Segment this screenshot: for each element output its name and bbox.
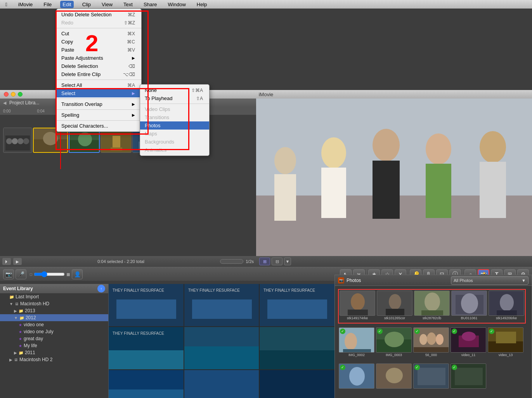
clip-6[interactable] — [156, 128, 180, 153]
event-thumb-4[interactable]: THEY FINALLY RESURFACE — [109, 327, 184, 369]
apple-menu[interactable]:  — [3, 1, 10, 8]
svg-rect-87 — [496, 332, 516, 343]
view-mode-button-2[interactable]: ⊟ — [272, 258, 282, 265]
photo-item-11[interactable]: ✓ — [339, 363, 374, 391]
photo-caption-10: video_13 — [499, 353, 513, 357]
play-fullscreen-button[interactable]: ⏵ — [2, 258, 11, 265]
file-menu[interactable]: File — [41, 1, 54, 8]
clip-2-selected[interactable] — [33, 128, 68, 153]
svg-point-28 — [321, 137, 346, 168]
svg-rect-37 — [116, 299, 176, 319]
menu-delete-selection[interactable]: Delete Selection ⌫ — [57, 62, 141, 70]
svg-point-57 — [351, 293, 365, 310]
svg-rect-17 — [139, 142, 150, 149]
event-library-icon[interactable]: ↑ — [97, 285, 105, 292]
edit-menu-item[interactable]: Edit — [60, 1, 73, 8]
menu-paste-adjustments[interactable]: Paste Adjustments ▶ — [57, 54, 141, 62]
photo-item-8[interactable]: ✓ 56_000 — [413, 327, 449, 359]
menu-select-all[interactable]: Select All ⌘A — [57, 81, 141, 89]
photo-item-13[interactable]: ✓ — [413, 363, 449, 391]
imovie-menu[interactable]: iMovie — [16, 1, 35, 8]
photo-item-12[interactable] — [376, 363, 412, 391]
svg-point-67 — [461, 293, 478, 313]
tree-item-macintosh-hd2[interactable]: ▶ 🖥 Macintosh HD 2 — [0, 356, 108, 363]
menu-paste[interactable]: Paste ⌘V — [57, 46, 141, 54]
tree-item-2012[interactable]: ▼ 📁 2012 — [0, 314, 108, 321]
clip-menu[interactable]: Clip — [80, 1, 93, 8]
window-menu[interactable]: Window — [166, 1, 188, 8]
view-mode-button-3[interactable]: ▼ — [284, 258, 291, 265]
photos-panel: 📷 Photos All Photos ▼ stk149174rke — [334, 275, 532, 398]
view-mode-button-1[interactable]: ⊞ — [259, 258, 270, 265]
help-menu[interactable]: Help — [194, 1, 210, 8]
svg-rect-29 — [321, 168, 346, 218]
photo-item-7[interactable]: ✓ IMG_0003 — [376, 327, 412, 359]
imovie-window: iMovie ◀ Project Libra... 0:00 0:04 0:08… — [0, 9, 532, 398]
menu-undo[interactable]: Undo Delete Selection ⌘Z — [57, 10, 141, 19]
check-badge-10: ✓ — [489, 329, 494, 334]
clip-4[interactable] — [101, 128, 132, 153]
people-detect-icon[interactable]: 👤 — [72, 269, 83, 279]
tree-item-2013[interactable]: ▶ 📁 2013 — [0, 307, 108, 314]
photos-dropdown[interactable]: All Photos ▼ — [451, 276, 529, 285]
event-thumb-8[interactable] — [184, 370, 259, 398]
svg-point-78 — [419, 334, 427, 345]
tree-item-2011[interactable]: ▶ 📁 2011 — [0, 349, 108, 356]
photo-item-5[interactable]: stk149206rke — [489, 291, 524, 322]
event-thumb-7[interactable] — [109, 370, 184, 398]
close-button[interactable] — [4, 92, 9, 97]
photos-icon: 📷 — [338, 277, 344, 284]
photo-item-4[interactable]: BU011061 — [451, 291, 487, 322]
svg-text:THEY FINALLY RESURFACE: THEY FINALLY RESURFACE — [263, 288, 315, 292]
clip-5[interactable] — [132, 128, 156, 153]
voiceover-icon[interactable]: 🎤 — [16, 269, 26, 279]
event-thumb-3[interactable]: THEY FINALLY RESURFACE — [260, 284, 334, 326]
event-thumb-1[interactable]: THEY FINALLY RESURFACE — [109, 284, 184, 326]
menu-delete-entire-clip[interactable]: Delete Entire Clip ⌥⌫ — [57, 70, 141, 78]
tree-item-my-life[interactable]: ★ My life — [0, 342, 108, 349]
back-arrow[interactable]: ◀ — [3, 100, 6, 106]
maximize-button[interactable] — [18, 92, 23, 97]
view-menu[interactable]: View — [99, 1, 115, 8]
photo-item-6[interactable]: ✓ IMG_0002 — [339, 327, 374, 359]
photo-item-10[interactable]: ✓ video_13 — [488, 327, 523, 359]
clip-1[interactable] — [3, 128, 32, 153]
status-display: 0:04 selected - 2:20 total — [24, 259, 218, 264]
svg-point-69 — [500, 294, 514, 311]
zoom-level: 1/2s — [246, 259, 254, 264]
share-menu[interactable]: Share — [141, 1, 159, 8]
scrubber-control[interactable] — [220, 259, 243, 264]
tree-item-last-import[interactable]: 📁 Last Import — [0, 293, 108, 300]
size-slider[interactable] — [34, 271, 65, 277]
event-thumb-9[interactable] — [260, 370, 334, 398]
svg-point-26 — [274, 147, 296, 174]
event-thumb-5[interactable] — [184, 327, 259, 369]
menu-cut[interactable]: Cut ⌘X — [57, 29, 141, 38]
transport-bar: ⏵ ▶ 0:04 selected - 2:20 total 1/2s — [0, 256, 256, 267]
event-thumb-6[interactable] — [260, 327, 334, 369]
photo-item-14[interactable]: ✓ — [451, 363, 486, 391]
svg-rect-53 — [109, 389, 184, 398]
tree-item-video-one-july[interactable]: ★ video one July — [0, 328, 108, 335]
photo-caption-4: BU011061 — [461, 316, 478, 320]
svg-rect-49 — [184, 346, 259, 369]
photo-item-3[interactable]: stk28782clb — [414, 291, 450, 322]
svg-point-63 — [425, 292, 440, 311]
tree-item-video-one[interactable]: ★ video one — [0, 321, 108, 328]
check-badge-14: ✓ — [452, 365, 457, 370]
play-button[interactable]: ▶ — [13, 258, 22, 265]
tree-item-great-day[interactable]: ★ great day — [0, 335, 108, 342]
photo-item-1[interactable]: stk149174rke — [340, 291, 375, 322]
camera-icon[interactable]: 📷 — [3, 269, 14, 279]
minimize-button[interactable] — [11, 92, 16, 97]
photo-item-2[interactable]: stk101265cor — [377, 291, 412, 322]
tree-item-macintosh-hd[interactable]: ▼ 🖥 Macintosh HD — [0, 300, 108, 307]
event-thumb-2[interactable]: THEY FINALLY RESURFACE — [184, 284, 259, 326]
text-menu[interactable]: Text — [121, 1, 135, 8]
clip-3[interactable] — [69, 128, 100, 153]
playhead[interactable] — [60, 107, 61, 169]
check-badge-9: ✓ — [452, 329, 457, 334]
photo-item-9[interactable]: ✓ video_11 — [451, 327, 486, 359]
menu-copy[interactable]: Copy ⌘C — [57, 38, 141, 46]
svg-rect-81 — [414, 347, 449, 353]
